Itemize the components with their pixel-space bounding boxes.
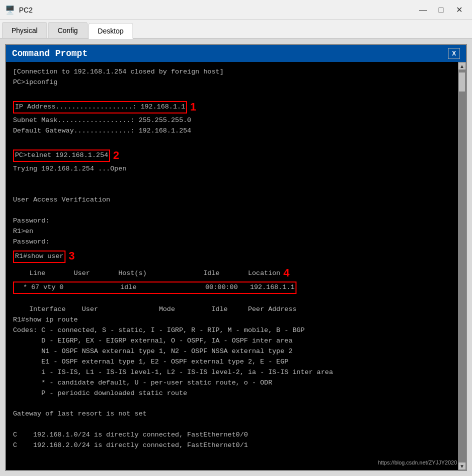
terminal-line-codes-2: D - EIGRP, EX - EIGRP external, O - OSPF…	[13, 336, 451, 346]
terminal-line-show-user: R1#show user3	[13, 248, 451, 264]
terminal-line-uav: User Access Verification	[13, 195, 451, 206]
terminal-line-ip: IP Address...................: 192.168.1…	[13, 98, 451, 116]
close-button[interactable]: ✕	[451, 3, 467, 17]
terminal-line-blank-8	[13, 420, 451, 430]
annotation-4: 4	[284, 266, 290, 279]
terminal-line-route-1: C 192.168.1.0/24 is directly connected, …	[13, 430, 451, 440]
terminal-line-telnet: PC>telnet 192.168.1.2542	[13, 147, 451, 164]
terminal-wrapper: [Connection to 192.168.1.254 closed by f…	[6, 62, 466, 470]
terminal-line-1: [Connection to 192.168.1.254 closed by f…	[13, 67, 451, 78]
terminal-line-show-ip: R1#show ip route	[13, 315, 451, 326]
title-bar-left: 🖥️ PC2	[5, 5, 32, 15]
terminal-line-blank-7	[13, 398, 451, 409]
window-controls: — □ ✕	[415, 3, 467, 17]
window-title: PC2	[19, 6, 32, 14]
tab-physical[interactable]: Physical	[2, 22, 47, 38]
command-prompt-window: Command Prompt X [Connection to 192.168.…	[5, 44, 467, 471]
terminal-line-gateway: Gateway of last resort is not set	[13, 409, 451, 420]
tab-bar: Physical Config Desktop	[0, 20, 472, 39]
scrollbar-thumb[interactable]	[458, 72, 466, 92]
terminal-content[interactable]: [Connection to 192.168.1.254 closed by f…	[6, 62, 458, 470]
terminal-line-route-2: C 192.168.2.0/24 is directly connected, …	[13, 440, 451, 451]
terminal-line-pw1: Password:	[13, 216, 451, 226]
terminal-line-codes-3: N1 - OSPF NSSA external type 1, N2 - OSP…	[13, 346, 451, 357]
terminal-line-blank-1	[13, 88, 451, 98]
terminal-line-2: PC>ipconfig	[13, 78, 451, 88]
terminal-line-header: Line User Host(s) Idle Location4	[13, 264, 451, 282]
cmd-title-text: Command Prompt	[12, 48, 88, 58]
terminal-line-gw: Default Gateway..............: 192.168.1…	[13, 126, 451, 136]
terminal-line-pw2: Password:	[13, 237, 451, 248]
annotation-1: 1	[190, 100, 196, 113]
terminal-line-interface-header: Interface User Mode Idle Peer Address	[13, 304, 451, 315]
annotation-2: 2	[113, 149, 119, 162]
scroll-down-arrow[interactable]: ▼	[458, 462, 466, 470]
annotation-box-4: * 67 vty 0 idle 00:00:00 192.168.1.1	[13, 282, 296, 294]
terminal-line-codes: Codes: C - connected, S - static, I - IG…	[13, 326, 451, 336]
terminal-line-codes-4: E1 - OSPF external type 1, E2 - OSPF ext…	[13, 357, 451, 368]
terminal-line-user-row: * 67 vty 0 idle 00:00:00 192.168.1.1	[13, 282, 451, 294]
cmd-title-bar: Command Prompt X	[6, 45, 466, 62]
maximize-button[interactable]: □	[433, 3, 449, 17]
annotation-3: 3	[68, 250, 74, 262]
tab-desktop[interactable]: Desktop	[88, 23, 133, 39]
main-content: Command Prompt X [Connection to 192.168.…	[0, 39, 472, 476]
annotation-box-1: IP Address...................: 192.168.1…	[13, 101, 187, 114]
terminal-line-blank-4	[13, 185, 451, 196]
terminal-line-subnet: Subnet Mask..................: 255.255.2…	[13, 116, 451, 126]
annotation-box-3: R1#show user	[13, 250, 66, 263]
terminal-line-codes-6: * - candidate default, U - per-user stat…	[13, 378, 451, 388]
tab-config[interactable]: Config	[48, 22, 87, 38]
terminal-line-blank-2	[13, 136, 451, 147]
watermark: https://blog.csdn.net/ZYJJY2020	[378, 458, 457, 467]
terminal-line-blank-3	[13, 174, 451, 185]
scrollbar[interactable]: ▲ ▼	[458, 62, 466, 470]
terminal-line-trying: Trying 192.168.1.254 ...Open	[13, 164, 451, 174]
terminal-line-en: R1>en	[13, 226, 451, 237]
scroll-up-arrow[interactable]: ▲	[458, 62, 466, 70]
app-icon: 🖥️	[5, 5, 15, 15]
terminal-line-codes-5: i - IS-IS, L1 - IS-IS level-1, L2 - IS-I…	[13, 368, 451, 378]
terminal-line-codes-7: P - periodic downloaded static route	[13, 388, 451, 399]
annotation-box-2: PC>telnet 192.168.1.254	[13, 150, 110, 162]
title-bar: 🖥️ PC2 — □ ✕	[0, 0, 472, 20]
minimize-button[interactable]: —	[415, 3, 431, 17]
terminal-line-blank-6	[13, 294, 451, 304]
cmd-close-button[interactable]: X	[448, 48, 460, 59]
terminal-line-blank-5	[13, 206, 451, 216]
scrollbar-track[interactable]	[458, 70, 466, 462]
